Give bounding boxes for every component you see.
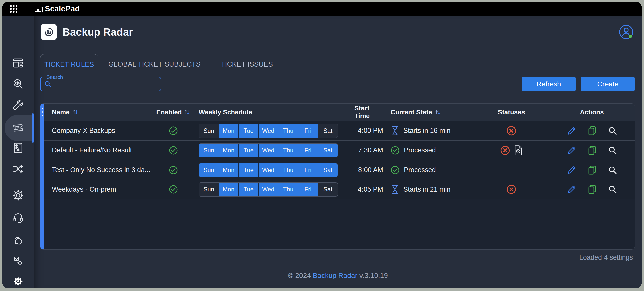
online-status-dot <box>628 34 632 38</box>
edit-button[interactable] <box>567 146 576 155</box>
chat-bubbles-icon <box>12 235 24 246</box>
day-toggle-wed[interactable]: Wed <box>258 124 278 138</box>
day-toggle-thu[interactable]: Thu <box>278 183 298 196</box>
tab-ticket-issues[interactable]: TICKET ISSUES <box>211 54 283 75</box>
day-toggle-wed[interactable]: Wed <box>258 183 278 196</box>
backup-radar-link[interactable]: Backup Radar <box>313 272 357 279</box>
search-field[interactable]: Search <box>40 77 161 91</box>
table-row: Company X Backups Sun Mon Tue Wed Thu Fr… <box>44 121 635 140</box>
sidebar-item-support[interactable] <box>2 208 34 227</box>
day-toggle-thu[interactable]: Thu <box>278 163 298 177</box>
sidebar-item-settings[interactable] <box>2 186 34 204</box>
rule-name: Test - Only No Success in 3 da... <box>44 166 154 174</box>
solid-gear-icon <box>13 276 23 286</box>
create-button[interactable]: Create <box>581 77 635 91</box>
day-toggle-thu[interactable]: Thu <box>278 144 298 157</box>
failure-status-icon <box>506 126 516 136</box>
avatar-icon <box>618 24 634 40</box>
day-toggle-fri[interactable]: Fri <box>298 183 318 196</box>
day-toggle-mon[interactable]: Mon <box>219 183 238 196</box>
view-button[interactable] <box>608 146 617 155</box>
day-toggle-wed[interactable]: Wed <box>258 144 278 157</box>
dashboard-icon <box>12 57 24 69</box>
sidebar-item-product-tour[interactable] <box>2 252 34 270</box>
day-toggle-sat[interactable]: Sat <box>318 144 338 157</box>
day-toggle-tue[interactable]: Tue <box>238 163 258 177</box>
refresh-button[interactable]: Refresh <box>522 77 576 91</box>
day-toggle-fri[interactable]: Fri <box>298 163 318 177</box>
view-button[interactable] <box>608 166 617 175</box>
column-header-enabled[interactable]: Enabled <box>154 108 192 116</box>
start-time: 4:05 PM <box>358 186 387 193</box>
duplicate-button[interactable] <box>587 145 597 155</box>
grid-icon <box>9 5 18 13</box>
sidebar-item-dashboard[interactable] <box>2 54 34 72</box>
sidebar-item-integrations[interactable] <box>2 160 34 178</box>
column-header-current-state[interactable]: Current State <box>387 108 474 116</box>
start-time: 4:00 PM <box>358 127 387 135</box>
app-launcher-button[interactable] <box>8 3 19 14</box>
page-title: Backup Radar <box>63 26 133 38</box>
sidebar-item-tickets[interactable] <box>2 119 34 137</box>
edit-icon <box>567 126 576 136</box>
rule-name: Weekdays - On-prem <box>44 186 154 193</box>
day-toggle-mon[interactable]: Mon <box>219 124 238 138</box>
day-toggle-mon[interactable]: Mon <box>219 144 238 157</box>
day-toggle-fri[interactable]: Fri <box>298 144 318 157</box>
search-label: Search <box>45 74 65 80</box>
day-toggle-sat[interactable]: Sat <box>318 163 338 177</box>
duplicate-button[interactable] <box>587 165 597 175</box>
sort-icon <box>184 109 190 115</box>
scalepad-bars-icon <box>35 6 43 13</box>
search-input[interactable] <box>54 80 157 88</box>
day-toggle-tue[interactable]: Tue <box>238 183 258 196</box>
copy-icon <box>587 126 597 136</box>
view-button[interactable] <box>608 185 617 194</box>
magnifier-icon <box>608 166 617 175</box>
edit-button[interactable] <box>567 126 576 136</box>
day-toggle-thu[interactable]: Thu <box>278 124 298 138</box>
weekly-schedule-toggle: Sun Mon Tue Wed Thu Fri Sat <box>199 143 338 157</box>
column-header-start-time: Start Time <box>354 104 387 120</box>
processed-check-icon <box>391 166 400 175</box>
current-state-label: Processed <box>404 166 436 174</box>
duplicate-button[interactable] <box>587 126 597 136</box>
tab-global-ticket-subjects[interactable]: GLOBAL TICKET SUBJECTS <box>98 54 211 75</box>
magnifier-icon <box>608 146 617 155</box>
duplicate-button[interactable] <box>587 184 597 195</box>
current-state-label: Starts in 21 min <box>403 186 451 193</box>
app-window: ScalePad <box>2 2 642 288</box>
day-toggle-fri[interactable]: Fri <box>298 124 318 138</box>
column-header-weekly-schedule: Weekly Schedule <box>192 108 354 116</box>
tab-ticket-rules[interactable]: TICKET RULES <box>40 54 98 75</box>
day-toggle-tue[interactable]: Tue <box>238 124 258 138</box>
ticket-icon <box>12 122 24 134</box>
day-toggle-sun[interactable]: Sun <box>199 163 219 177</box>
edit-button[interactable] <box>567 165 576 175</box>
current-state-label: Processed <box>404 146 436 154</box>
view-button[interactable] <box>608 126 617 135</box>
sidebar-item-reports[interactable] <box>2 139 34 157</box>
backup-radar-badge-icon <box>41 24 57 40</box>
ticket-rules-table: Name Enabled Weekly Schedule <box>40 103 635 250</box>
day-toggle-sun[interactable]: Sun <box>199 183 219 196</box>
backup-radar-logo: Backup Radar <box>41 24 133 40</box>
scalepad-logo[interactable]: ScalePad <box>35 4 80 13</box>
day-toggle-sun[interactable]: Sun <box>199 124 219 138</box>
sidebar-item-display-settings[interactable] <box>2 272 34 288</box>
user-menu-button[interactable] <box>618 24 634 40</box>
day-toggle-tue[interactable]: Tue <box>238 144 258 157</box>
column-header-name[interactable]: Name <box>44 108 154 116</box>
start-time: 7:30 AM <box>358 146 387 154</box>
rule-name: Company X Backups <box>44 127 154 135</box>
sidebar-item-tools[interactable] <box>2 97 34 115</box>
sidebar-item-chat[interactable] <box>2 232 34 250</box>
table-drag-handle[interactable] <box>40 104 44 249</box>
day-toggle-sat[interactable]: Sat <box>318 183 338 196</box>
day-toggle-mon[interactable]: Mon <box>219 163 238 177</box>
sidebar-item-insights[interactable] <box>2 75 34 93</box>
day-toggle-wed[interactable]: Wed <box>258 163 278 177</box>
edit-button[interactable] <box>567 185 576 194</box>
day-toggle-sun[interactable]: Sun <box>199 144 219 157</box>
day-toggle-sat[interactable]: Sat <box>318 124 338 138</box>
